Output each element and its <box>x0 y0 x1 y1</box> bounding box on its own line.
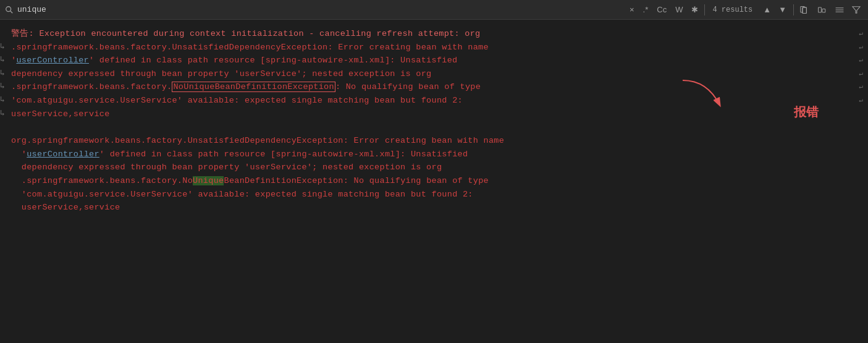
log-line-9: 'userController' defined in class path r… <box>0 148 868 161</box>
log-line-1: 警告: Exception encountered during context… <box>0 27 868 41</box>
next-result-button[interactable]: ▼ <box>775 4 790 15</box>
found-text-1: found <box>421 96 447 105</box>
line-text: 警告: Exception encountered during context… <box>11 27 856 41</box>
collapse-toggle[interactable] <box>832 4 847 15</box>
line-text: .springframework.beans.factory.NoUniqueB… <box>11 174 863 188</box>
user-controller-link-1[interactable]: userController <box>16 56 89 65</box>
divider <box>704 4 705 15</box>
pin-button[interactable]: ✱ <box>689 4 701 15</box>
line-prefix: ↳ <box>0 94 11 107</box>
exception-highlight: NoUniqueBeanDefinitionException <box>172 82 335 92</box>
filter-toggle[interactable] <box>849 4 863 15</box>
log-line-5: ↳ .springframework.beans.factory.NoUniqu… <box>0 80 868 94</box>
results-count: 4 results <box>709 6 756 14</box>
svg-rect-5 <box>819 7 822 12</box>
line-text: dependency expressed through bean proper… <box>11 67 856 81</box>
block-separator <box>0 122 868 133</box>
line-prefix: ↳ <box>0 80 11 93</box>
whole-word-button[interactable]: W <box>673 4 685 15</box>
line-text: userService,service <box>11 108 863 121</box>
line-text: 'userController' defined in class path r… <box>11 148 863 161</box>
search-bar: × .* Cc W ✱ 4 results ▲ ▼ <box>0 0 868 20</box>
error-annotation: 报错 <box>794 102 819 122</box>
previous-result-button[interactable]: ▲ <box>760 4 774 15</box>
unique-highlight: Unique <box>193 176 224 185</box>
line-prefix: ↳ <box>0 54 11 67</box>
line-text: 'userController' defined in class path r… <box>11 54 856 67</box>
log-line-4: ↳ dependency expressed through bean prop… <box>0 67 868 81</box>
wrap-icon: ↵ <box>859 42 863 53</box>
clear-search-button[interactable]: × <box>627 4 637 15</box>
log-line-3: ↳ 'userController' defined in class path… <box>0 54 868 67</box>
line-text: .springframework.beans.factory.Unsatisfi… <box>11 41 856 54</box>
search-input[interactable] <box>17 5 623 14</box>
word-match-toggle[interactable] <box>815 4 830 15</box>
wrap-icon: ↵ <box>859 69 863 80</box>
line-text: 'com.atguigu.service.UserService' availa… <box>11 188 863 201</box>
wrap-icon: ↵ <box>859 95 863 106</box>
match-case-toggle[interactable] <box>798 4 812 15</box>
log-line-10: dependency expressed through bean proper… <box>0 161 868 174</box>
line-prefix: ↳ <box>0 41 11 54</box>
case-sensitive-button[interactable]: Cc <box>654 4 669 15</box>
log-line-12: 'com.atguigu.service.UserService' availa… <box>0 188 868 201</box>
navigation-arrows: ▲ ▼ <box>760 4 790 15</box>
found-text-2: found <box>432 190 458 199</box>
line-text: org.springframework.beans.factory.Unsati… <box>11 134 863 148</box>
divider2 <box>793 4 794 15</box>
svg-rect-3 <box>803 7 806 14</box>
log-line-2: ↳ .springframework.beans.factory.Unsatis… <box>0 41 868 54</box>
line-text: dependency expressed through bean proper… <box>11 161 863 174</box>
log-block-2: org.springframework.beans.factory.Unsati… <box>0 133 868 216</box>
line-prefix: ↳ <box>0 108 11 121</box>
content-area: 警告: Exception encountered during context… <box>0 20 868 343</box>
line-text: userService,service <box>11 201 863 214</box>
line-text: .springframework.beans.factory.NoUniqueB… <box>11 80 856 94</box>
log-line-8: org.springframework.beans.factory.Unsati… <box>0 134 868 148</box>
regex-button[interactable]: .* <box>641 4 651 15</box>
log-line-13: userService,service <box>0 201 868 214</box>
wrap-icon: ↵ <box>859 28 863 40</box>
log-line-7: ↳ userService,service <box>0 108 868 121</box>
user-controller-link-2[interactable]: userController <box>27 150 99 159</box>
log-line-6: ↳ 'com.atguigu.service.UserService' avai… <box>0 94 868 108</box>
line-text: 'com.atguigu.service.UserService' availa… <box>11 94 856 108</box>
tool-group <box>798 4 863 15</box>
svg-marker-10 <box>853 6 860 13</box>
wrap-icon: ↵ <box>859 55 863 66</box>
wrap-icon: ↵ <box>859 82 863 93</box>
log-line-11: .springframework.beans.factory.NoUniqueB… <box>0 174 868 188</box>
line-prefix: ↳ <box>0 67 11 80</box>
log-block-1: 警告: Exception encountered during context… <box>0 26 868 122</box>
svg-line-1 <box>11 11 13 13</box>
svg-rect-6 <box>822 9 825 12</box>
search-icon <box>5 6 14 14</box>
svg-point-0 <box>6 6 11 11</box>
